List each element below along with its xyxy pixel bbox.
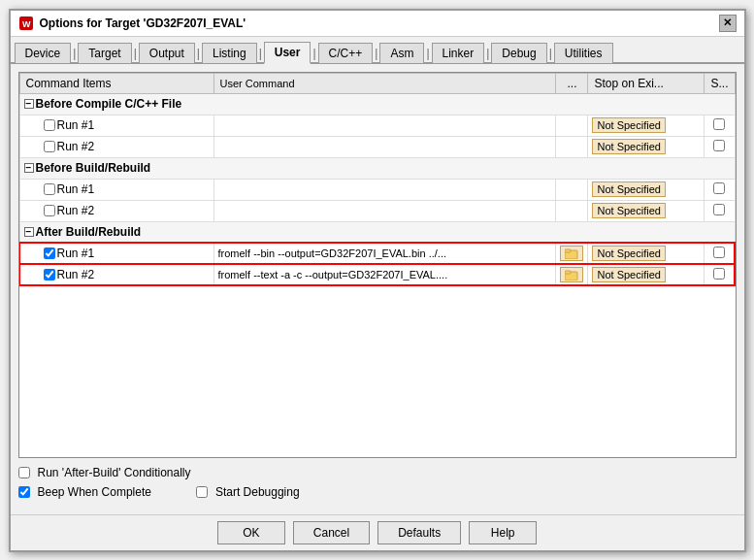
section-label-after-build: After Build/Rebuild [36, 225, 142, 239]
run1-after-build-folder-button[interactable] [560, 246, 583, 261]
table-row: Run #1 Not Specified [19, 115, 735, 136]
section-after-build: − After Build/Rebuild [19, 221, 735, 243]
tab-output[interactable]: Output [139, 43, 195, 63]
run1-after-build-s-checkbox[interactable] [713, 247, 725, 258]
defaults-button[interactable]: Defaults [377, 521, 461, 544]
run1-label: Run #1 [57, 118, 95, 132]
not-specified-button[interactable]: Not Specified [592, 139, 665, 154]
tab-debug[interactable]: Debug [491, 43, 546, 63]
run2-before-compile-not-specified: Not Specified [588, 136, 705, 157]
run1-before-compile-s-checkbox[interactable] [713, 118, 725, 130]
svg-text:W: W [22, 19, 31, 29]
run1-before-build-s [705, 179, 735, 200]
item-name-cell: Run #2 [19, 200, 213, 221]
not-specified-button[interactable]: Not Specified [592, 246, 665, 261]
run2-before-build-s-checkbox[interactable] [713, 204, 725, 215]
run1-after-build-checkbox[interactable] [44, 247, 55, 259]
beep-checkbox[interactable] [18, 486, 30, 498]
run2-after-build-not-specified: Not Specified [588, 264, 705, 285]
tab-user[interactable]: User [264, 42, 311, 64]
main-dialog: W Options for Target 'GD32F207I_EVAL' ✕ … [9, 9, 746, 552]
run1-after-build-dots [556, 243, 588, 264]
run1-before-compile-checkbox[interactable] [44, 119, 55, 131]
tab-listing[interactable]: Listing [202, 43, 257, 63]
not-specified-button[interactable]: Not Specified [592, 203, 665, 218]
tab-linker[interactable]: Linker [432, 43, 485, 63]
run1-before-build-dots [556, 179, 588, 200]
section-before-compile: − Before Compile C/C++ File [19, 93, 735, 115]
run2-before-build-checkbox[interactable] [44, 205, 55, 216]
run2-before-build-command [213, 200, 556, 221]
run2-after-build-s [705, 264, 735, 285]
tab-utilities[interactable]: Utilities [554, 43, 613, 63]
tab-asm[interactable]: Asm [379, 43, 424, 63]
col-stop: Stop on Exi... [588, 73, 705, 93]
cancel-button[interactable]: Cancel [293, 521, 370, 544]
close-button[interactable]: ✕ [719, 15, 737, 32]
section-header-after-build: − After Build/Rebuild [24, 225, 731, 239]
footer-row-2: Beep When Complete Start Debugging [18, 485, 737, 499]
run1-before-compile-not-specified: Not Specified [588, 115, 705, 136]
help-button[interactable]: Help [469, 521, 537, 544]
run1-label: Run #1 [57, 182, 95, 196]
section-header-before-build: − Before Build/Rebuild [24, 161, 731, 175]
bottom-bar: OK Cancel Defaults Help [11, 514, 744, 550]
tab-cpp[interactable]: C/C++ [318, 43, 374, 63]
run1-after-build-s [705, 243, 735, 264]
run2-after-build-command: fromelf --text -a -c --output=GD32F207I_… [213, 264, 556, 285]
run2-before-compile-command [213, 136, 556, 157]
item-name-cell: Run #1 [19, 243, 213, 264]
run1-before-build-s-checkbox[interactable] [713, 182, 725, 194]
table-row: Run #2 Not Specified [19, 200, 735, 221]
table-row: Run #1 fromelf --bin --output=GD32F207I_… [19, 243, 735, 264]
run2-before-compile-dots [556, 136, 588, 157]
run-conditionally-checkbox[interactable] [18, 467, 30, 478]
start-debugging-checkbox[interactable] [196, 486, 208, 498]
run2-before-compile-s-checkbox[interactable] [713, 140, 725, 151]
col-dots: ... [556, 73, 588, 93]
col-s: S... [705, 73, 735, 93]
run2-before-compile-s [705, 136, 735, 157]
not-specified-button[interactable]: Not Specified [592, 267, 665, 282]
section-label-before-compile: Before Compile C/C++ File [36, 97, 182, 111]
section-header-before-compile: − Before Compile C/C++ File [24, 97, 731, 111]
run2-before-build-dots [556, 200, 588, 221]
beep-label: Beep When Complete [38, 485, 151, 499]
section-label-before-build: Before Build/Rebuild [36, 161, 151, 175]
run1-before-compile-command [213, 115, 556, 136]
run2-before-compile-checkbox[interactable] [44, 141, 55, 152]
item-name-cell: Run #2 [19, 264, 213, 285]
title-bar-left: W Options for Target 'GD32F207I_EVAL' [18, 16, 246, 31]
run1-before-build-checkbox[interactable] [44, 183, 55, 195]
content-area: Command Items User Command ... Stop on E… [11, 64, 744, 514]
item-name-cell: Run #1 [19, 179, 213, 200]
start-debugging-label: Start Debugging [215, 485, 300, 499]
run2-after-build-folder-button[interactable] [560, 267, 583, 282]
run1-before-build-not-specified: Not Specified [588, 179, 705, 200]
not-specified-button[interactable]: Not Specified [592, 117, 665, 133]
collapse-before-build[interactable]: − [24, 163, 34, 173]
run1-before-compile-s [705, 115, 735, 136]
run2-after-build-label: Run #2 [57, 268, 95, 281]
run2-after-build-s-checkbox[interactable] [713, 268, 725, 280]
collapse-after-build[interactable]: − [24, 227, 34, 237]
tab-target[interactable]: Target [78, 43, 131, 63]
not-specified-button[interactable]: Not Specified [592, 181, 665, 197]
run1-after-build-command: fromelf --bin --output=GD32F207I_EVAL.bi… [213, 243, 556, 264]
tab-bar: Device | Target | Output | Listing | Use… [11, 37, 744, 64]
run2-after-build-dots [556, 264, 588, 285]
svg-rect-3 [565, 249, 571, 252]
section-before-build: − Before Build/Rebuild [19, 157, 735, 179]
item-name-cell: Run #1 [19, 115, 213, 136]
run1-after-build-not-specified: Not Specified [588, 243, 705, 264]
command-table-container: Command Items User Command ... Stop on E… [18, 72, 737, 458]
tab-device[interactable]: Device [15, 43, 72, 63]
ok-button[interactable]: OK [217, 521, 285, 544]
run1-before-build-command [213, 179, 556, 200]
collapse-before-compile[interactable]: − [24, 99, 34, 109]
table-row: Run #2 Not Specified [19, 136, 735, 157]
folder-icon [565, 247, 578, 259]
run2-after-build-checkbox[interactable] [44, 269, 55, 280]
run2-label: Run #2 [57, 140, 95, 153]
dialog-title: Options for Target 'GD32F207I_EVAL' [40, 16, 246, 30]
